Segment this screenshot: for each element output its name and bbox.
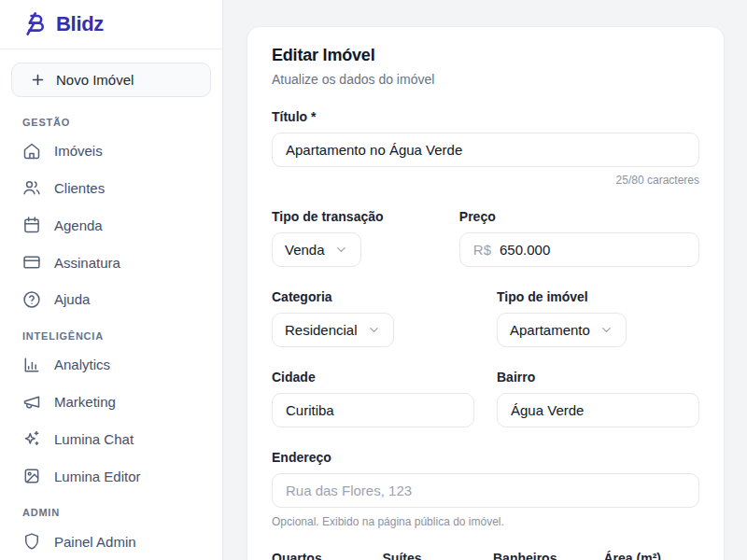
tipo-transacao-label: Tipo de transação bbox=[272, 209, 437, 224]
row-transacao-preco: Tipo de transação Venda Preço R$ bbox=[272, 209, 699, 267]
field-tipo-imovel: Tipo de imóvel Apartamento bbox=[497, 289, 699, 347]
calendar-icon bbox=[22, 216, 41, 234]
new-property-button[interactable]: Novo Imóvel bbox=[11, 63, 211, 97]
categoria-label: Categoria bbox=[272, 289, 474, 304]
image-icon bbox=[22, 467, 41, 485]
cidade-label: Cidade bbox=[272, 370, 474, 385]
section-label-admin: ADMIN bbox=[0, 507, 222, 518]
tipo-transacao-value: Venda bbox=[285, 242, 325, 258]
sidebar-item-lumina-chat[interactable]: Lumina Chat bbox=[0, 420, 222, 457]
endereco-label: Endereço bbox=[272, 450, 699, 465]
titulo-label: Título * bbox=[272, 109, 699, 124]
logo-text: Blidz bbox=[56, 12, 104, 36]
sidebar-item-clientes[interactable]: Clientes bbox=[0, 169, 222, 206]
chevron-down-icon bbox=[599, 323, 613, 337]
sidebar: Blidz Novo Imóvel GESTÃO Imóveis Cliente… bbox=[0, 0, 223, 560]
tipo-imovel-value: Apartamento bbox=[510, 322, 590, 338]
page-title: Editar Imóvel bbox=[272, 46, 699, 65]
edit-property-card: Editar Imóvel Atualize os dados do imóve… bbox=[247, 26, 725, 560]
categoria-select[interactable]: Residencial bbox=[272, 313, 394, 347]
sidebar-item-label: Analytics bbox=[54, 357, 110, 372]
row-categoria-tipo: Categoria Residencial Tipo de imóvel Apa… bbox=[272, 289, 699, 347]
plus-icon bbox=[30, 72, 46, 88]
preco-label: Preço bbox=[459, 209, 699, 224]
sidebar-item-analytics[interactable]: Analytics bbox=[0, 346, 222, 384]
quartos-label: Quartos bbox=[272, 551, 368, 560]
field-tipo-transacao: Tipo de transação Venda bbox=[272, 209, 437, 267]
sidebar-item-label: Agenda bbox=[54, 217, 103, 233]
shield-icon bbox=[22, 532, 41, 551]
chevron-down-icon bbox=[367, 323, 381, 337]
suites-label: Suítes bbox=[383, 551, 479, 560]
main-content: Editar Imóvel Atualize os dados do imóve… bbox=[223, 0, 747, 560]
sidebar-item-label: Imóveis bbox=[54, 143, 103, 159]
sidebar-item-painel-admin[interactable]: Painel Admin bbox=[0, 523, 222, 560]
sparkles-icon bbox=[22, 429, 41, 448]
sidebar-item-label: Painel Admin bbox=[54, 534, 136, 550]
row-cidade-bairro: Cidade Bairro bbox=[272, 370, 699, 427]
bairro-input[interactable] bbox=[497, 393, 699, 427]
field-endereco: Endereço Opcional. Exibido na página púb… bbox=[272, 450, 699, 528]
field-titulo: Título * 25/80 caracteres bbox=[272, 109, 699, 187]
megaphone-icon bbox=[22, 393, 41, 412]
categoria-value: Residencial bbox=[285, 322, 358, 338]
cidade-input[interactable] bbox=[272, 393, 474, 427]
field-preco: Preço R$ bbox=[459, 209, 699, 267]
endereco-helper: Opcional. Exibido na página pública do i… bbox=[272, 515, 699, 528]
bar-chart-icon bbox=[22, 356, 41, 374]
sidebar-item-label: Marketing bbox=[54, 394, 116, 410]
section-label-inteligencia: INTELIGÊNCIA bbox=[0, 330, 222, 342]
sidebar-item-imoveis[interactable]: Imóveis bbox=[0, 133, 222, 170]
sidebar-item-label: Lumina Editor bbox=[54, 469, 141, 484]
sidebar-item-agenda[interactable]: Agenda bbox=[0, 206, 222, 244]
field-quartos: Quartos bbox=[272, 551, 368, 560]
field-banheiros: Banheiros bbox=[493, 551, 589, 560]
sidebar-item-assinatura[interactable]: Assinatura bbox=[0, 244, 222, 281]
endereco-input[interactable] bbox=[272, 473, 699, 508]
help-circle-icon bbox=[22, 290, 41, 309]
sidebar-item-ajuda[interactable]: Ajuda bbox=[0, 281, 222, 318]
char-counter: 25/80 caracteres bbox=[272, 174, 699, 187]
field-cidade: Cidade bbox=[272, 370, 474, 427]
banheiros-label: Banheiros bbox=[493, 551, 589, 560]
credit-card-icon bbox=[22, 253, 41, 272]
field-area: Área (m²) bbox=[604, 551, 700, 560]
blidz-logo-icon bbox=[22, 11, 48, 36]
home-icon bbox=[22, 142, 41, 161]
users-icon bbox=[22, 178, 41, 197]
page-subtitle: Atualize os dados do imóvel bbox=[272, 72, 699, 87]
row-detalhes-numericos: Quartos Suítes Banheiros Área (m²) bbox=[272, 551, 699, 560]
sidebar-item-lumina-editor[interactable]: Lumina Editor bbox=[0, 457, 222, 495]
sidebar-item-label: Assinatura bbox=[54, 255, 120, 271]
currency-prefix: R$ bbox=[473, 242, 491, 258]
app-root: Blidz Novo Imóvel GESTÃO Imóveis Cliente… bbox=[0, 0, 747, 560]
sidebar-item-label: Ajuda bbox=[54, 291, 90, 307]
tipo-imovel-select[interactable]: Apartamento bbox=[497, 313, 627, 347]
titulo-input[interactable] bbox=[272, 133, 699, 167]
sidebar-item-label: Lumina Chat bbox=[54, 431, 134, 447]
new-property-label: Novo Imóvel bbox=[56, 72, 134, 88]
preco-input[interactable] bbox=[500, 242, 685, 258]
tipo-imovel-label: Tipo de imóvel bbox=[497, 289, 699, 304]
area-label: Área (m²) bbox=[604, 551, 700, 560]
sidebar-item-marketing[interactable]: Marketing bbox=[0, 384, 222, 421]
section-label-gestao: GESTÃO bbox=[0, 117, 222, 128]
tipo-transacao-select[interactable]: Venda bbox=[272, 232, 361, 267]
field-bairro: Bairro bbox=[497, 370, 699, 427]
field-categoria: Categoria Residencial bbox=[272, 289, 474, 347]
bairro-label: Bairro bbox=[497, 370, 699, 385]
chevron-down-icon bbox=[334, 243, 348, 257]
sidebar-item-label: Clientes bbox=[54, 180, 105, 196]
preco-input-wrap: R$ bbox=[459, 232, 699, 267]
logo[interactable]: Blidz bbox=[0, 0, 222, 49]
field-suites: Suítes bbox=[383, 551, 479, 560]
